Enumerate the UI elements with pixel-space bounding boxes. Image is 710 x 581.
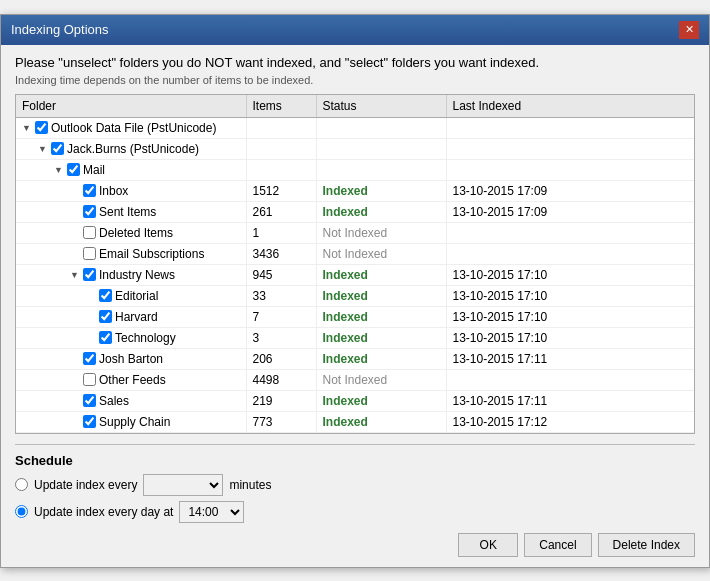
folder-label: Technology [115, 331, 176, 345]
status-cell: Not Indexed [316, 243, 446, 264]
folder-label: Industry News [99, 268, 175, 282]
cancel-button[interactable]: Cancel [524, 533, 591, 557]
schedule-radio-every[interactable] [15, 478, 28, 491]
expand-icon[interactable]: ▼ [70, 270, 80, 280]
table-row: Inbox1512Indexed13-10-2015 17:09 [16, 180, 694, 201]
expand-icon[interactable]: ▼ [38, 144, 48, 154]
folder-checkbox[interactable] [67, 163, 80, 176]
items-cell: 3 [246, 327, 316, 348]
ok-button[interactable]: OK [458, 533, 518, 557]
table-row: Sent Items261Indexed13-10-2015 17:09 [16, 201, 694, 222]
folder-label: Editorial [115, 289, 158, 303]
folder-label: Jack.Burns (PstUnicode) [67, 142, 199, 156]
items-cell [246, 159, 316, 180]
table-row: Editorial33Indexed13-10-2015 17:10 [16, 285, 694, 306]
schedule-row-1: Update index every minutes [15, 474, 695, 496]
items-cell: 773 [246, 411, 316, 432]
folder-checkbox[interactable] [83, 268, 96, 281]
status-cell [316, 159, 446, 180]
folder-cell: Email Subscriptions [16, 243, 246, 264]
folder-cell: Josh Barton [16, 348, 246, 369]
items-cell: 1512 [246, 180, 316, 201]
table-row: Harvard7Indexed13-10-2015 17:10 [16, 306, 694, 327]
folder-checkbox[interactable] [51, 142, 64, 155]
last-indexed-cell: 13-10-2015 17:10 [446, 264, 694, 285]
schedule-minutes-select[interactable] [143, 474, 223, 496]
items-cell [246, 117, 316, 138]
status-cell: Not Indexed [316, 222, 446, 243]
folder-label: Other Feeds [99, 373, 166, 387]
expand-icon[interactable]: ▼ [54, 165, 64, 175]
table-row: Josh Barton206Indexed13-10-2015 17:11 [16, 348, 694, 369]
folder-label: Josh Barton [99, 352, 163, 366]
col-header-status: Status [316, 95, 446, 118]
folder-checkbox[interactable] [99, 331, 112, 344]
folder-checkbox[interactable] [83, 394, 96, 407]
folder-cell: ▼Calendar [16, 432, 246, 434]
status-cell: Indexed [316, 348, 446, 369]
close-button[interactable]: ✕ [679, 21, 699, 39]
folder-label: Outlook Data File (PstUnicode) [51, 121, 216, 135]
folder-checkbox[interactable] [83, 205, 96, 218]
last-indexed-cell: 13-10-2015 17:09 [446, 201, 694, 222]
table-row: ▼Calendar [16, 432, 694, 434]
folder-checkbox[interactable] [83, 352, 96, 365]
folder-checkbox[interactable] [83, 415, 96, 428]
schedule-row-2: Update index every day at 14:0008:0012:0… [15, 501, 695, 523]
items-cell: 7 [246, 306, 316, 327]
folder-cell: ▼Mail [16, 159, 246, 180]
folder-checkbox[interactable] [99, 289, 112, 302]
status-cell [316, 432, 446, 434]
folder-cell: Inbox [16, 180, 246, 201]
folder-checkbox[interactable] [99, 310, 112, 323]
folder-label: Harvard [115, 310, 158, 324]
folder-checkbox[interactable] [83, 226, 96, 239]
items-cell: 4498 [246, 369, 316, 390]
folder-label: Email Subscriptions [99, 247, 204, 261]
folder-label: Mail [83, 163, 105, 177]
last-indexed-cell: 13-10-2015 17:12 [446, 411, 694, 432]
status-cell [316, 117, 446, 138]
schedule-radio-daily[interactable] [15, 505, 28, 518]
status-cell: Indexed [316, 180, 446, 201]
last-indexed-cell [446, 243, 694, 264]
folder-label: Sales [99, 394, 129, 408]
schedule-label-daily: Update index every day at [34, 505, 173, 519]
folder-checkbox[interactable] [35, 121, 48, 134]
dialog-title: Indexing Options [11, 22, 109, 37]
folder-checkbox[interactable] [83, 184, 96, 197]
items-cell [246, 432, 316, 434]
items-cell: 261 [246, 201, 316, 222]
schedule-time-select[interactable]: 14:0008:0012:0018:0020:00 [179, 501, 244, 523]
status-cell: Not Indexed [316, 369, 446, 390]
items-cell: 206 [246, 348, 316, 369]
indexing-options-dialog: Indexing Options ✕ Please "unselect" fol… [0, 14, 710, 568]
expand-icon[interactable]: ▼ [22, 123, 32, 133]
folder-checkbox[interactable] [83, 247, 96, 260]
status-cell: Indexed [316, 411, 446, 432]
items-cell: 219 [246, 390, 316, 411]
folder-table: Folder Items Status Last Indexed ▼Outloo… [16, 95, 694, 434]
folder-label: Supply Chain [99, 415, 170, 429]
last-indexed-cell: 13-10-2015 17:10 [446, 306, 694, 327]
col-header-folder: Folder [16, 95, 246, 118]
folder-cell: Deleted Items [16, 222, 246, 243]
instruction-main: Please "unselect" folders you do NOT wan… [15, 55, 695, 70]
items-cell: 33 [246, 285, 316, 306]
table-row: Email Subscriptions3436Not Indexed [16, 243, 694, 264]
last-indexed-cell [446, 222, 694, 243]
delete-index-button[interactable]: Delete Index [598, 533, 695, 557]
folder-checkbox[interactable] [83, 373, 96, 386]
folder-label: Inbox [99, 184, 128, 198]
last-indexed-cell [446, 432, 694, 434]
table-row: Supply Chain773Indexed13-10-2015 17:12 [16, 411, 694, 432]
last-indexed-cell: 13-10-2015 17:10 [446, 285, 694, 306]
folder-cell: ▼Jack.Burns (PstUnicode) [16, 138, 246, 159]
folder-cell: ▼Outlook Data File (PstUnicode) [16, 117, 246, 138]
schedule-minutes-label: minutes [229, 478, 271, 492]
folder-tbody: ▼Outlook Data File (PstUnicode)▼Jack.Bur… [16, 117, 694, 434]
last-indexed-cell [446, 159, 694, 180]
table-row: Deleted Items1Not Indexed [16, 222, 694, 243]
status-cell: Indexed [316, 264, 446, 285]
table-row: ▼Mail [16, 159, 694, 180]
